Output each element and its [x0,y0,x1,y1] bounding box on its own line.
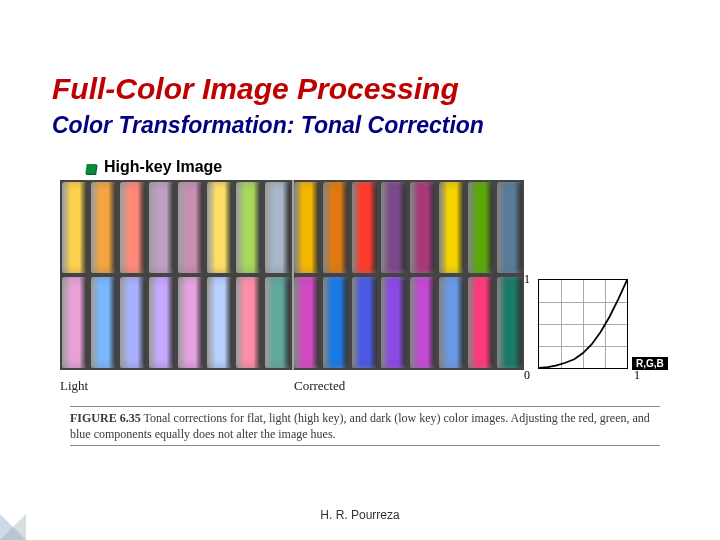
pastel-stick [149,182,174,273]
bullet-icon [85,164,96,174]
curve-channels-label: R,G,B [632,357,668,370]
curve-line [539,280,627,368]
pastel-stick [381,182,406,273]
pastel-stick [410,182,435,273]
curve-axis-y-max: 1 [524,272,530,287]
pastel-stick [236,182,261,273]
slide-subtitle: Color Transformation: Tonal Correction [52,112,484,139]
slide-footer: H. R. Pourreza [0,508,720,522]
page-corner-icon [0,514,26,540]
pastel-stick [207,182,232,273]
pastel-stick [120,182,145,273]
curve-axis-x-max: 1 [634,368,640,383]
pastel-stick [497,182,522,273]
pastel-stick [468,277,493,368]
pastel-stick [323,277,348,368]
image-light [60,180,292,370]
pastel-stick [294,277,319,368]
pastel-stick [497,277,522,368]
pastel-stick [91,277,116,368]
pastel-stick [468,182,493,273]
pastel-stick [410,277,435,368]
pastel-stick [265,277,290,368]
pastel-stick [178,277,203,368]
pastel-stick [62,182,87,273]
image-divider [292,180,294,370]
image-label: High-key Image [104,158,222,176]
pastel-stick [439,277,464,368]
pastel-stick [120,277,145,368]
pastel-stick [352,277,377,368]
pastel-stick [265,182,290,273]
pastel-stick [178,182,203,273]
pastel-stick [149,277,174,368]
caption-light: Light [60,378,88,394]
pastel-stick [62,277,87,368]
pastel-stick [236,277,261,368]
caption-corrected: Corrected [294,378,345,394]
pastel-stick [381,277,406,368]
figure-text: Tonal corrections for flat, light (high … [70,411,650,441]
pastel-stick [91,182,116,273]
pastel-stick [352,182,377,273]
image-corrected [292,180,524,370]
pastel-stick [294,182,319,273]
curve-axis-origin: 0 [524,368,530,383]
pastel-stick [207,277,232,368]
slide-title: Full-Color Image Processing [52,72,459,106]
figure-caption: FIGURE 6.35 Tonal corrections for flat, … [70,406,660,446]
pastel-stick [439,182,464,273]
figure-number: FIGURE 6.35 [70,411,141,425]
pastel-stick [323,182,348,273]
tonal-curve-chart [538,279,628,369]
